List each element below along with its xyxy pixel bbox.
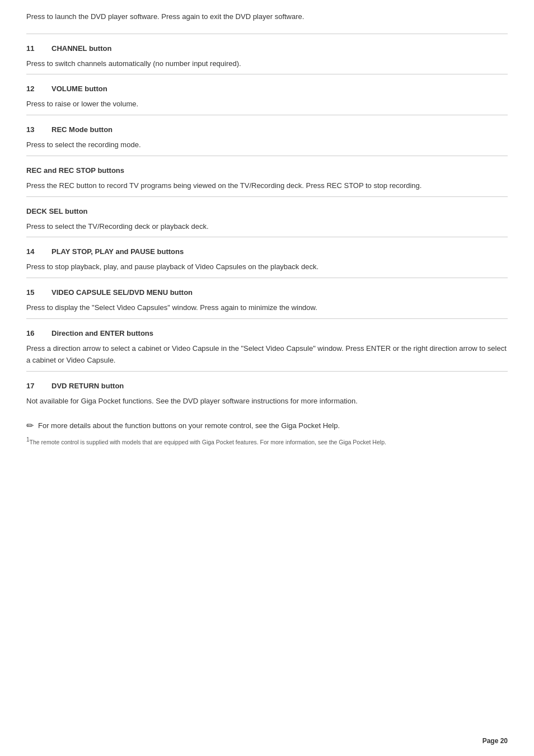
note-block: ✏ For more details about the function bu… bbox=[26, 420, 508, 431]
section-16-body: Press a direction arrow to select a cabi… bbox=[26, 343, 508, 367]
footnote-text: The remote control is supplied with mode… bbox=[30, 438, 386, 445]
section-16-title: Direction and ENTER buttons bbox=[51, 329, 153, 337]
section-17-title: DVD RETURN button bbox=[51, 382, 124, 390]
section-14-title: PLAY STOP, PLAY and PAUSE buttons bbox=[51, 247, 184, 256]
section-12-title: VOLUME button bbox=[51, 84, 107, 93]
section-16-number: 16 bbox=[26, 329, 51, 337]
section-rec-rec-stop-title: REC and REC STOP buttons bbox=[26, 166, 508, 175]
section-13-title: REC Mode button bbox=[51, 125, 113, 134]
section-15-body: Press to display the "Select Video Capsu… bbox=[26, 302, 508, 314]
section-17-header: 17 DVD RETURN button bbox=[26, 382, 508, 390]
section-13-number: 13 bbox=[26, 125, 51, 134]
section-17-number: 17 bbox=[26, 382, 51, 390]
section-15-title: VIDEO CAPSULE SEL/DVD MENU button bbox=[51, 288, 193, 297]
divider-deck-sel bbox=[26, 196, 508, 197]
section-11-header: 11 CHANNEL button bbox=[26, 44, 508, 53]
section-13: 13 REC Mode button Press to select the r… bbox=[26, 125, 508, 151]
section-15: 15 VIDEO CAPSULE SEL/DVD MENU button Pre… bbox=[26, 288, 508, 314]
section-17-body: Not available for Giga Pocket functions.… bbox=[26, 396, 508, 407]
divider-rec bbox=[26, 156, 508, 156]
section-13-header: 13 REC Mode button bbox=[26, 125, 508, 134]
section-deck-sel-title: DECK SEL button bbox=[26, 207, 508, 215]
divider-15 bbox=[26, 278, 508, 278]
page-number: Page 20 bbox=[483, 737, 508, 745]
footnote: 1The remote control is supplied with mod… bbox=[26, 436, 508, 446]
section-11: 11 CHANNEL button Press to switch channe… bbox=[26, 44, 508, 70]
section-11-number: 11 bbox=[26, 44, 51, 53]
section-deck-sel: DECK SEL button Press to select the TV/R… bbox=[26, 207, 508, 233]
section-11-body: Press to switch channels automatically (… bbox=[26, 58, 508, 70]
divider-14 bbox=[26, 237, 508, 237]
section-16: 16 Direction and ENTER buttons Press a d… bbox=[26, 329, 508, 367]
section-12-body: Press to raise or lower the volume. bbox=[26, 98, 508, 110]
divider-16 bbox=[26, 318, 508, 319]
section-rec-rec-stop: REC and REC STOP buttons Press the REC b… bbox=[26, 166, 508, 192]
section-14-number: 14 bbox=[26, 247, 51, 256]
section-12: 12 VOLUME button Press to raise or lower… bbox=[26, 84, 508, 110]
intro-text: Press to launch the DVD player software.… bbox=[26, 11, 508, 22]
section-11-title: CHANNEL button bbox=[51, 44, 111, 53]
section-12-number: 12 bbox=[26, 84, 51, 93]
section-15-header: 15 VIDEO CAPSULE SEL/DVD MENU button bbox=[26, 288, 508, 297]
section-14: 14 PLAY STOP, PLAY and PAUSE buttons Pre… bbox=[26, 247, 508, 273]
section-rec-rec-stop-body: Press the REC button to record TV progra… bbox=[26, 180, 508, 192]
section-14-body: Press to stop playback, play, and pause … bbox=[26, 261, 508, 273]
section-15-number: 15 bbox=[26, 288, 51, 297]
divider-13 bbox=[26, 115, 508, 115]
note-text: For more details about the function butt… bbox=[38, 420, 340, 431]
divider-11 bbox=[26, 34, 508, 34]
section-12-header: 12 VOLUME button bbox=[26, 84, 508, 93]
section-deck-sel-body: Press to select the TV/Recording deck or… bbox=[26, 221, 508, 233]
section-14-header: 14 PLAY STOP, PLAY and PAUSE buttons bbox=[26, 247, 508, 256]
divider-12 bbox=[26, 74, 508, 74]
section-16-header: 16 Direction and ENTER buttons bbox=[26, 329, 508, 337]
divider-17 bbox=[26, 371, 508, 372]
section-17: 17 DVD RETURN button Not available for G… bbox=[26, 382, 508, 407]
note-icon: ✏ bbox=[26, 420, 34, 431]
section-13-body: Press to select the recording mode. bbox=[26, 139, 508, 151]
